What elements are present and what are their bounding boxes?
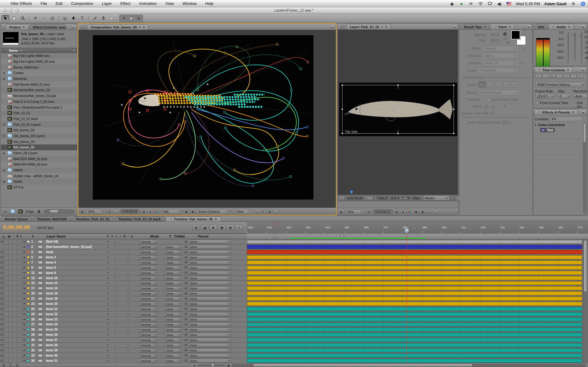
eye-toggle[interactable] xyxy=(0,260,4,265)
frame-blending-icon[interactable]: ▦ xyxy=(218,225,226,230)
layer-duration-bar[interactable] xyxy=(247,328,582,331)
timeline-layer-row[interactable]: ▶ 31 bone 28 ⊙ ＼ ◐ Normal▼ None▼ @ None▼ xyxy=(0,343,588,348)
shy-switch[interactable]: ⊙ xyxy=(107,317,110,322)
full-screen-checkbox[interactable] xyxy=(573,103,576,107)
layer-track[interactable] xyxy=(247,275,582,280)
label-color-swatch[interactable] xyxy=(27,245,30,248)
label-color-swatch[interactable] xyxy=(27,287,30,290)
layer-duration-bar[interactable] xyxy=(247,312,582,316)
solo-toggle[interactable] xyxy=(9,265,13,270)
tab-brush-tips[interactable]: Brush Tips✕ xyxy=(461,24,490,29)
parent-dropdown[interactable]: None▼ xyxy=(188,291,231,295)
effects-switch[interactable]: ◐ xyxy=(127,281,131,286)
tab-info[interactable]: Info xyxy=(535,24,548,29)
menu-item[interactable]: Layer xyxy=(102,1,112,6)
trkmat-dropdown[interactable]: None▼ xyxy=(165,276,182,280)
layer-track[interactable] xyxy=(247,250,582,255)
layer-duration-bar[interactable] xyxy=(247,343,582,347)
shy-switch[interactable]: ⊙ xyxy=(107,291,110,296)
layer-track[interactable] xyxy=(247,348,582,353)
parent-dropdown[interactable]: None▼ xyxy=(188,260,231,264)
blend-mode-dropdown[interactable]: Normal▼ xyxy=(140,338,157,342)
trkmat-dropdown[interactable]: None▼ xyxy=(165,271,182,275)
eye-toggle[interactable] xyxy=(0,296,4,301)
flowchart-icon[interactable]: ⌁ xyxy=(73,49,75,52)
shy-switch[interactable]: ⊙ xyxy=(107,343,110,348)
ram-preview-options-dropdown[interactable]: RAM Preview Options▼ xyxy=(535,82,586,87)
label-color-swatch[interactable] xyxy=(27,323,30,326)
trkmat-dropdown[interactable]: None▼ xyxy=(165,286,182,290)
work-area-bar[interactable]: 1 2 xyxy=(247,234,588,239)
resolution-dropdown[interactable]: Half▼ xyxy=(161,209,182,214)
layer-name-column[interactable]: Layer Name xyxy=(47,234,66,238)
layer-duration-bar[interactable] xyxy=(247,359,582,363)
render-icon[interactable]: ◐ xyxy=(433,210,438,214)
layer-track[interactable] xyxy=(247,296,582,301)
shy-switch[interactable]: ⊙ xyxy=(107,327,110,332)
twirl-icon[interactable]: ▶ xyxy=(22,312,27,316)
layer-track[interactable] xyxy=(247,306,582,311)
shy-switch[interactable]: ⊙ xyxy=(107,358,110,363)
effects-switch[interactable]: ◐ xyxy=(127,250,131,255)
opacity-value[interactable]: 100 % xyxy=(490,33,499,37)
trkmat-dropdown[interactable]: None▼ xyxy=(165,317,182,321)
mask-shape-tool[interactable]: ▧ xyxy=(61,15,69,22)
project-row[interactable]: ▶ STYLE xyxy=(1,185,77,190)
tab-layer[interactable]: Layer: Fish_0J_01▼✕ xyxy=(347,24,391,29)
mask-visibility-icon[interactable]: ▣ xyxy=(414,210,419,214)
offset-y[interactable]: -1 xyxy=(491,104,495,108)
twirl-icon[interactable]: ▶ xyxy=(22,306,27,311)
solo-toggle[interactable] xyxy=(9,255,13,260)
collapse-switch[interactable]: ＼ xyxy=(114,327,117,332)
always-preview-icon[interactable]: ◧ xyxy=(80,209,85,214)
timeline-layer-row[interactable]: ▶ 2 [fish bones/fish_bones_02.psd] ⊙ ＼ ◐… xyxy=(0,245,588,250)
parent-pickwhip-icon[interactable]: @ xyxy=(184,270,187,275)
audio-toggle[interactable] xyxy=(4,327,9,332)
timeline-tab[interactable]: Timeline: MASTER xyxy=(33,216,71,222)
effects-switch[interactable]: ◐ xyxy=(127,358,131,363)
project-row[interactable]: ▶ fish_bones_05 xyxy=(1,144,77,150)
eye-toggle[interactable] xyxy=(0,291,4,296)
project-row[interactable]: ▶ fish_bones_04 xyxy=(1,139,77,144)
project-row[interactable]: ▶ MASTER RAM_03.mov xyxy=(1,162,77,167)
reset-offset-icon[interactable]: ⟳ xyxy=(503,104,506,108)
collapse-switch[interactable]: ＼ xyxy=(114,255,117,260)
lock-toggle[interactable] xyxy=(13,322,17,327)
twirl-icon[interactable]: ▶ xyxy=(22,291,27,296)
twirl-icon[interactable]: ▶ xyxy=(22,327,27,332)
show-snapshot-icon[interactable]: ♟ xyxy=(401,210,406,214)
timeline-layer-row[interactable]: ▶ 15 bone 12 ⊙ ＼ ◐ Normal▼ None▼ @ None▼ xyxy=(0,281,588,286)
solo-toggle[interactable] xyxy=(9,317,13,322)
parent-pickwhip-icon[interactable]: @ xyxy=(184,265,187,270)
audio-slider-mid[interactable] xyxy=(575,33,575,61)
parent-dropdown[interactable]: None▼ xyxy=(188,245,231,249)
layer-name[interactable]: bone 24 xyxy=(46,322,104,327)
input-flag-icon[interactable] xyxy=(506,1,512,6)
parent-pickwhip-icon[interactable]: @ xyxy=(184,348,187,353)
timeline-layer-row[interactable]: ▶ 17 bone 14 ⊙ ＼ ◐ Normal▼ None▼ @ None▼ xyxy=(0,286,588,291)
layer-duration-bar[interactable] xyxy=(247,302,582,306)
audio-toggle[interactable] xyxy=(4,270,9,275)
layer-name[interactable]: bone 2 xyxy=(46,255,104,260)
timeline-layer-row[interactable]: ▶ 24 bone 21 ⊙ ＼ ◐ Normal▼ None▼ @ None▼ xyxy=(0,306,588,312)
layer-name[interactable]: bone 31 xyxy=(46,358,104,363)
effects-switch[interactable]: ◐ xyxy=(127,343,131,348)
layer-track[interactable] xyxy=(247,332,582,337)
out-point-button[interactable]: } xyxy=(365,196,370,200)
parent-pickwhip-icon[interactable]: @ xyxy=(184,286,187,291)
layer-duration-bar[interactable] xyxy=(247,348,582,352)
lock-toggle[interactable] xyxy=(13,245,17,249)
trkmat-dropdown[interactable]: None▼ xyxy=(165,250,182,254)
parent-dropdown[interactable]: None▼ xyxy=(188,266,231,270)
audio-toggle[interactable] xyxy=(4,275,9,280)
track-z-icon[interactable]: ⇲ xyxy=(135,15,142,22)
clone-overlay-checkbox[interactable] xyxy=(463,121,466,124)
draft-3d-icon[interactable]: ◪ xyxy=(201,225,208,230)
twirl-icon[interactable]: ▶ xyxy=(22,353,27,358)
shy-switch[interactable]: ⊙ xyxy=(107,301,110,306)
parent-dropdown[interactable]: None▼ xyxy=(188,286,231,290)
shy-switch[interactable]: ⊙ xyxy=(107,322,110,327)
track-camera-tool[interactable]: ⊡ xyxy=(49,15,56,22)
skip-dropdown[interactable]: 0▼ xyxy=(558,94,571,99)
panel-menu-icon[interactable]: ▶ xyxy=(582,110,586,114)
